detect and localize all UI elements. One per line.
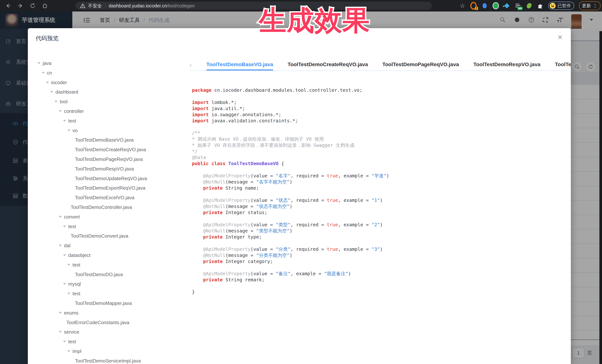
update-label: 更新	[582, 3, 591, 9]
extension-green-circle-icon[interactable]	[493, 3, 499, 9]
tree-node-folder[interactable]: cn	[28, 68, 185, 78]
close-icon[interactable]: ✕	[558, 34, 563, 40]
tree-node-folder[interactable]: test	[28, 289, 185, 298]
tab-file-2[interactable]: ToolTestDemoCreateReqVO.java	[288, 59, 368, 70]
tree-node-folder[interactable]: test	[28, 260, 185, 270]
tabs-prev-icon[interactable]: ‹	[190, 59, 192, 70]
tree-node-folder[interactable]: impl	[28, 346, 185, 356]
tree-node-folder[interactable]: dal	[28, 241, 185, 250]
tree-node-folder[interactable]: dataobject	[28, 250, 185, 260]
not-secure-warning-icon[interactable]	[80, 3, 85, 8]
tree-node-file[interactable]: ToolTestDemoMapper.java	[28, 298, 185, 308]
caret-down-icon[interactable]	[50, 91, 53, 93]
tree-node-folder[interactable]: tool	[28, 97, 185, 106]
caret-down-icon[interactable]	[63, 120, 66, 122]
tree-node-file[interactable]: ToolTestDemoConvert.java	[28, 231, 185, 241]
tree-node-file[interactable]: ToolTestDemoRespVO.java	[28, 164, 185, 174]
caret-down-icon[interactable]	[67, 130, 70, 131]
caret-down-icon[interactable]	[63, 341, 66, 343]
tree-node-folder[interactable]: enums	[28, 308, 185, 318]
caret-down-icon[interactable]	[59, 331, 62, 333]
extension-list-icon[interactable]: on	[515, 3, 521, 9]
tree-node-file[interactable]: ToolTestDemoBaseVO.java	[28, 135, 185, 145]
caret-down-icon[interactable]	[37, 62, 40, 64]
tree-node-folder[interactable]: test	[28, 116, 185, 126]
tree-node-label: test	[68, 339, 76, 344]
paused-extension-pill[interactable]: 已暂停	[548, 2, 574, 10]
caret-down-icon[interactable]	[46, 82, 49, 83]
reload-icon[interactable]	[29, 2, 37, 10]
tree-node-folder[interactable]: convert	[28, 212, 185, 222]
extension-diamond-icon[interactable]	[504, 3, 510, 9]
emoji-face-icon	[550, 3, 556, 9]
url-path[interactable]: /tool/codegen	[167, 3, 195, 9]
tree-node-folder[interactable]: vo	[28, 126, 185, 135]
extension-blue-gem-icon[interactable]	[482, 3, 488, 9]
tree-node-folder[interactable]: mysql	[28, 279, 185, 289]
tree-node-file[interactable]: ToolErrorCodeConstants.java	[28, 318, 185, 327]
caret-down-icon[interactable]	[59, 110, 62, 112]
extensions-puzzle-icon[interactable]	[537, 3, 543, 9]
tree-node-folder[interactable]: dashboard	[28, 87, 185, 97]
caret-down-icon[interactable]	[67, 264, 70, 266]
code-viewer: package cn.iocoder.dashboard.modules.too…	[192, 87, 389, 295]
tree-node-label: ToolTestDemoPageReqVO.java	[75, 156, 143, 162]
security-label[interactable]: 不安全	[88, 3, 102, 9]
tree-node-file[interactable]: ToolTestDemoCreateReqVO.java	[28, 145, 185, 154]
caret-down-icon[interactable]	[63, 283, 66, 285]
caret-down-icon[interactable]	[54, 101, 57, 103]
tree-node-label: ToolTestDemoExcelVO.java	[75, 195, 134, 200]
tab-file-1[interactable]: ToolTestDemoBaseVO.java	[206, 59, 273, 70]
tree-node-label: dal	[64, 243, 70, 249]
url-divider	[105, 3, 105, 8]
tab-file-3[interactable]: ToolTestDemoPageReqVO.java	[382, 59, 459, 70]
chrome-update-button[interactable]: 更新 ⋮	[579, 1, 601, 10]
caret-down-icon[interactable]	[63, 254, 66, 256]
code-line: import java.util.*;	[192, 105, 389, 112]
url-host[interactable]: dashboard.yudao.iocoder.cn	[109, 3, 167, 9]
caret-down-icon[interactable]	[67, 350, 70, 352]
code-line: import io.swagger.annotations.*;	[192, 112, 389, 118]
caret-down-icon[interactable]	[63, 226, 66, 227]
caret-down-icon[interactable]	[59, 245, 62, 247]
file-tree: javacniocoderdashboardtoolcontrollertest…	[28, 58, 185, 364]
tree-node-folder[interactable]: java	[28, 58, 185, 68]
extension-plant-icon[interactable]	[526, 3, 532, 9]
code-line	[192, 93, 389, 99]
tree-node-label: ToolTestDemoController.java	[71, 204, 132, 210]
caret-down-icon[interactable]	[67, 293, 70, 294]
caret-down-icon[interactable]	[59, 312, 62, 314]
caret-down-icon[interactable]	[42, 72, 45, 74]
code-line: @NotNull(message = "分类不能为空")	[192, 252, 389, 258]
code-line: private String name;	[192, 185, 389, 191]
tree-node-label: java	[43, 60, 52, 66]
home-icon[interactable]	[41, 2, 49, 10]
tree-node-label: enums	[64, 310, 78, 316]
tree-node-file[interactable]: ToolTestDemoUpdateReqVO.java	[28, 174, 185, 183]
tree-node-file[interactable]: ToolTestDemoController.java	[28, 202, 185, 212]
tree-node-folder[interactable]: controller	[28, 106, 185, 116]
tab-file-5[interactable]: ToolTe	[555, 59, 571, 70]
tree-node-file[interactable]: ToolTestDemoExportReqVO.java	[28, 183, 185, 193]
tree-node-folder[interactable]: test	[28, 337, 185, 346]
code-line: * 测试示例 Base VO，提供给添加、修改、详细的子 VO 使用	[192, 136, 389, 142]
tree-node-file[interactable]: ToolTestDemoDO.java	[28, 270, 185, 279]
tree-node-folder[interactable]: service	[28, 327, 185, 337]
bookmark-star-icon[interactable]: ☆	[459, 3, 465, 9]
tab-file-4[interactable]: ToolTestDemoRespVO.java	[473, 59, 541, 70]
tree-node-folder[interactable]: test	[28, 222, 185, 231]
address-bar[interactable]: 不安全 dashboard.yudao.iocoder.cn/tool/code…	[76, 2, 432, 10]
code-line	[192, 240, 389, 246]
back-icon[interactable]	[4, 2, 12, 10]
forward-icon[interactable]	[16, 2, 24, 10]
code-line: */	[192, 148, 389, 154]
tree-node-file[interactable]: ToolTestDemoServiceImpl.java	[28, 356, 185, 364]
caret-down-icon[interactable]	[59, 216, 62, 218]
extension-orange-icon[interactable]: 1	[470, 3, 477, 9]
tree-node-file[interactable]: ToolTestDemoExcelVO.java	[28, 193, 185, 202]
browser-menu-kebab-icon[interactable]: ⋮	[593, 3, 598, 9]
tree-node-folder[interactable]: iocoder	[28, 78, 185, 87]
tree-node-label: impl	[73, 348, 81, 354]
tree-node-file[interactable]: ToolTestDemoPageReqVO.java	[28, 154, 185, 164]
tree-node-label: mysql	[68, 281, 81, 287]
